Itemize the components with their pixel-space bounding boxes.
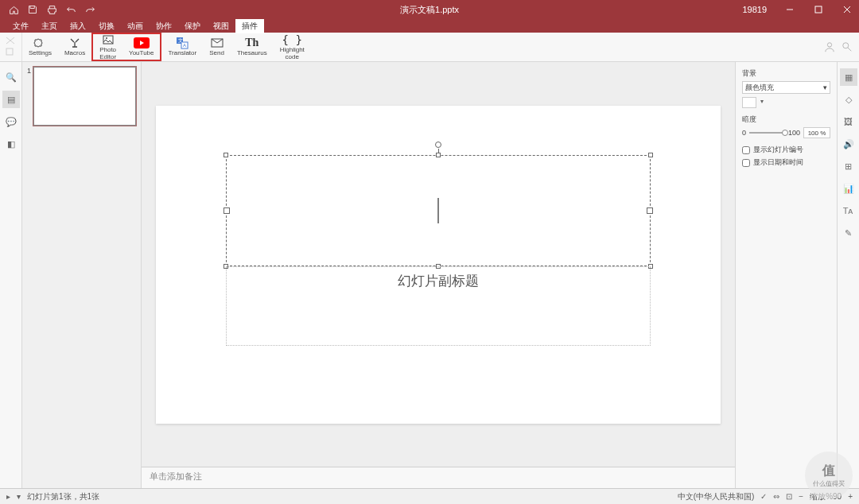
status-bar: ▸ ▾ 幻灯片第1张，共1张 中文(中华人民共和国) ✓ ⇔ ⊡ − 缩放%90… <box>0 488 859 504</box>
menu-视图[interactable]: 视图 <box>207 19 235 33</box>
menu-动画[interactable]: 动画 <box>121 19 150 33</box>
menu-主页[interactable]: 主页 <box>35 19 64 33</box>
comments-tool[interactable]: 💬 <box>2 113 20 130</box>
undo-icon[interactable] <box>65 4 76 15</box>
menu-协作[interactable]: 协作 <box>150 19 178 33</box>
image-settings-icon[interactable]: 🖼 <box>840 113 857 130</box>
subtitle-placeholder[interactable]: 幻灯片副标题 <box>226 266 651 346</box>
right-rail: ▦ ◇ 🖼 🔊 ⊞ 📊 Tᴀ ✎ <box>837 62 859 488</box>
cut-icon[interactable] <box>6 37 17 46</box>
properties-panel: 背景 颜色填充▾ 暗度 0 100 100 % 显示幻灯片编号 显示日期和时间 <box>735 62 837 488</box>
print-icon[interactable] <box>46 4 57 15</box>
svg-point-11 <box>827 43 831 47</box>
resize-handle[interactable] <box>648 153 653 157</box>
color-picker[interactable] <box>742 97 756 108</box>
tools-icon <box>68 37 81 49</box>
svg-rect-2 <box>6 48 13 55</box>
signature-icon[interactable]: ✎ <box>840 224 857 242</box>
fill-type-select[interactable]: 颜色填充▾ <box>742 81 830 94</box>
svg-point-4 <box>106 37 107 39</box>
mail-icon <box>211 37 223 49</box>
paste-icon[interactable] <box>6 48 17 57</box>
svg-rect-1 <box>815 6 822 13</box>
menu-切换[interactable]: 切换 <box>92 19 121 33</box>
notes-pane[interactable]: 单击添加备注 <box>142 467 735 488</box>
search-tool[interactable]: 🔍 <box>2 68 20 86</box>
chart-settings-icon[interactable]: 📊 <box>840 180 857 197</box>
text-cursor <box>438 198 439 223</box>
minimize-button[interactable] <box>778 0 802 19</box>
rotate-handle[interactable] <box>435 142 441 148</box>
spellcheck-icon[interactable]: ✓ <box>760 492 767 501</box>
svg-point-12 <box>843 43 849 48</box>
slide-counter: 幻灯片第1张，共1张 <box>27 491 99 502</box>
translator-button[interactable]: 文A Translator <box>161 33 203 61</box>
menu-保护[interactable]: 保护 <box>178 19 207 33</box>
ribbon-quick-tools <box>0 33 22 61</box>
svg-text:文: 文 <box>178 37 183 43</box>
close-button[interactable] <box>835 0 859 19</box>
youtube-button[interactable]: YouTube <box>122 34 160 60</box>
resize-handle[interactable] <box>436 153 441 157</box>
opacity-label: 暗度 <box>742 114 830 125</box>
slide-number: 1 <box>27 67 33 126</box>
settings-button[interactable]: Settings <box>22 33 58 61</box>
youtube-icon <box>134 37 150 49</box>
translate-icon: 文A <box>176 37 189 49</box>
chat-tool[interactable]: ◧ <box>2 135 20 153</box>
highlight-code-button[interactable]: { } Highlight code <box>274 33 311 61</box>
title-placeholder[interactable] <box>226 155 651 266</box>
opacity-slider[interactable] <box>749 132 785 134</box>
redo-icon[interactable] <box>84 4 95 15</box>
ribbon: Settings Macros Photo Editor YouTube 文A … <box>0 33 859 62</box>
resize-handle[interactable] <box>223 153 228 157</box>
play-icon[interactable]: ▸ <box>6 492 10 501</box>
svg-line-13 <box>848 48 851 51</box>
menu-插入[interactable]: 插入 <box>64 19 92 33</box>
photo-icon <box>102 33 115 46</box>
zoom-out-button[interactable]: − <box>799 492 803 501</box>
user-icon[interactable] <box>824 41 835 52</box>
code-icon: { } <box>282 33 302 46</box>
workspace: 🔍 ▤ 💬 ◧ 1 幻灯片副 <box>0 62 859 488</box>
canvas-area: 幻灯片副标题 单击添加备注 <box>142 62 735 488</box>
language-indicator[interactable]: 中文(中华人民共和国) <box>678 491 755 502</box>
opacity-value[interactable]: 100 % <box>803 127 830 138</box>
menu-文件[interactable]: 文件 <box>6 19 35 33</box>
macros-button[interactable]: Macros <box>58 33 91 61</box>
zoom-in-button[interactable]: + <box>848 492 853 501</box>
maximize-button[interactable] <box>807 0 830 19</box>
menu-插件[interactable]: 插件 <box>235 19 264 33</box>
audio-settings-icon[interactable]: 🔊 <box>840 135 857 153</box>
photo-editor-button[interactable]: Photo Editor <box>93 34 122 60</box>
home-icon[interactable] <box>8 4 19 15</box>
fit-width-icon[interactable]: ⇔ <box>773 492 779 501</box>
send-button[interactable]: Send <box>203 33 231 61</box>
save-icon[interactable] <box>27 4 38 15</box>
table-settings-icon[interactable]: ⊞ <box>840 157 857 175</box>
show-slide-number-checkbox[interactable]: 显示幻灯片编号 <box>742 145 830 155</box>
puzzle-icon <box>33 37 46 49</box>
dropdown-icon[interactable]: ▾ <box>17 492 21 501</box>
shape-settings-icon[interactable]: ◇ <box>840 91 857 108</box>
slide-settings-icon[interactable]: ▦ <box>840 68 857 86</box>
user-name[interactable]: 19819 <box>736 5 773 14</box>
thesaurus-icon: Th <box>245 37 258 49</box>
highlighted-plugins: Photo Editor YouTube <box>91 33 161 61</box>
thesaurus-button[interactable]: Th Thesaurus <box>231 33 274 61</box>
slide-thumbnail[interactable] <box>33 67 136 126</box>
menu-bar: 文件主页插入切换动画协作保护视图插件 <box>0 19 859 33</box>
left-rail: 🔍 ▤ 💬 ◧ <box>0 62 22 488</box>
title-bar: 演示文稿1.pptx 19819 <box>0 0 859 19</box>
search-icon[interactable] <box>842 41 853 52</box>
text-settings-icon[interactable]: Tᴀ <box>840 202 857 219</box>
show-datetime-checkbox[interactable]: 显示日期和时间 <box>742 157 830 168</box>
background-label: 背景 <box>742 68 830 79</box>
slides-tool[interactable]: ▤ <box>2 91 20 108</box>
slide[interactable]: 幻灯片副标题 <box>156 106 721 424</box>
document-title: 演示文稿1.pptx <box>400 4 459 16</box>
svg-text:A: A <box>183 43 186 48</box>
zoom-level[interactable]: 缩放%90 <box>810 491 842 502</box>
thumbnail-panel: 1 <box>22 62 142 488</box>
fit-page-icon[interactable]: ⊡ <box>786 492 792 501</box>
